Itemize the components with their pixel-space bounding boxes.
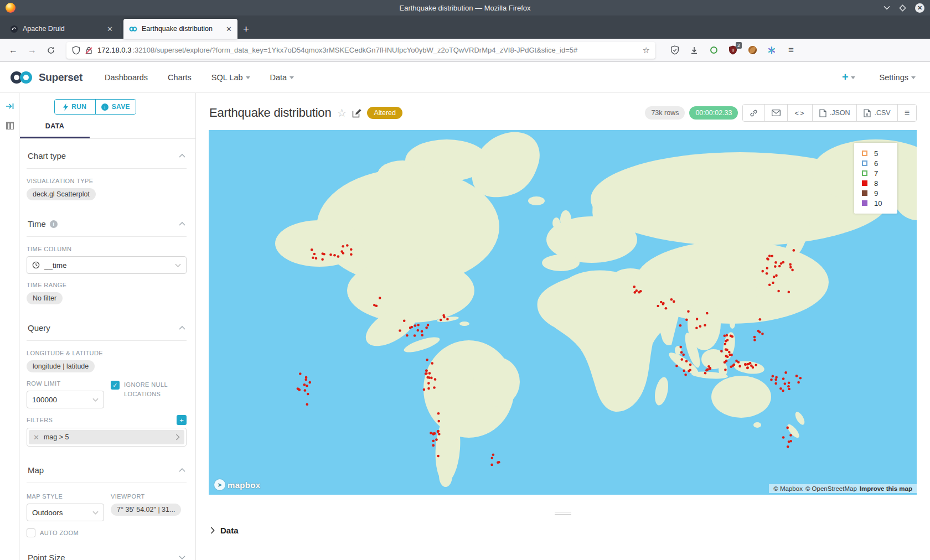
- earthquake-point[interactable]: [660, 301, 663, 304]
- altered-badge[interactable]: Altered: [367, 107, 402, 119]
- earthquake-point[interactable]: [425, 370, 428, 372]
- earthquake-point[interactable]: [689, 364, 692, 366]
- earthquake-point[interactable]: [724, 361, 726, 364]
- earthquake-point[interactable]: [791, 269, 794, 272]
- row-limit-select[interactable]: 100000: [27, 391, 104, 408]
- legend-swatch-8[interactable]: [862, 180, 867, 186]
- earthquake-point[interactable]: [417, 329, 420, 332]
- bookmark-star-icon[interactable]: ☆: [643, 45, 650, 55]
- earthquake-point[interactable]: [705, 369, 708, 372]
- earthquake-point[interactable]: [707, 365, 710, 368]
- tab-close-icon[interactable]: ✕: [226, 25, 232, 33]
- earthquake-point[interactable]: [683, 370, 685, 372]
- earthquake-point[interactable]: [789, 266, 792, 269]
- earthquake-point[interactable]: [720, 350, 723, 352]
- earthquake-point[interactable]: [746, 367, 749, 370]
- earthquake-point[interactable]: [498, 461, 500, 464]
- nav-settings[interactable]: Settings: [880, 73, 916, 82]
- earthquake-point[interactable]: [770, 378, 773, 381]
- favorite-star-icon[interactable]: ☆: [337, 106, 347, 120]
- remove-filter-icon[interactable]: ✕: [33, 433, 39, 442]
- legend-swatch-7[interactable]: [862, 170, 867, 176]
- earthquake-point[interactable]: [774, 382, 777, 385]
- embed-code-button[interactable]: <>: [787, 105, 812, 121]
- earthquake-point[interactable]: [772, 375, 774, 378]
- earthquake-point[interactable]: [337, 255, 340, 258]
- earthquake-point[interactable]: [636, 289, 638, 292]
- earthquake-point[interactable]: [725, 348, 727, 351]
- earthquake-point[interactable]: [409, 326, 412, 329]
- earthquake-point[interactable]: [726, 339, 729, 342]
- earthquake-point[interactable]: [437, 455, 440, 458]
- earthquake-point[interactable]: [779, 387, 782, 390]
- earthquake-point[interactable]: [657, 305, 659, 308]
- earthquake-point[interactable]: [730, 354, 733, 356]
- earthquake-point[interactable]: [329, 253, 332, 256]
- earthquake-point[interactable]: [773, 276, 776, 278]
- run-button[interactable]: RUN: [55, 100, 95, 114]
- earthquake-point[interactable]: [789, 263, 792, 266]
- earthquake-point[interactable]: [437, 420, 440, 423]
- legend-swatch-9[interactable]: [862, 190, 867, 196]
- earthquake-point[interactable]: [768, 255, 771, 257]
- earthquake-point[interactable]: [704, 372, 707, 375]
- legend-swatch-10[interactable]: [862, 200, 867, 206]
- earthquake-point[interactable]: [772, 282, 774, 284]
- asterisk-extension-icon[interactable]: [767, 45, 777, 55]
- tab-data[interactable]: DATA: [20, 116, 90, 138]
- cookie-extension-icon[interactable]: [747, 45, 757, 55]
- earthquake-point[interactable]: [706, 312, 709, 315]
- earthquake-point[interactable]: [321, 258, 324, 261]
- earthquake-point[interactable]: [446, 318, 449, 321]
- back-button[interactable]: ←: [6, 43, 21, 58]
- earthquake-point[interactable]: [303, 383, 306, 386]
- earthquake-point[interactable]: [312, 256, 314, 259]
- new-tab-button[interactable]: +: [243, 23, 249, 35]
- legend-swatch-6[interactable]: [862, 160, 867, 166]
- window-close-icon[interactable]: ✕: [915, 3, 924, 13]
- attribution-mapbox-link[interactable]: © Mapbox: [773, 485, 803, 492]
- panel-drag-handle[interactable]: [555, 512, 571, 515]
- earthquake-point[interactable]: [430, 432, 432, 434]
- earthquake-point[interactable]: [767, 258, 769, 261]
- earthquake-point[interactable]: [403, 319, 406, 322]
- time-range-value[interactable]: No filter: [27, 292, 63, 304]
- earthquake-point[interactable]: [685, 360, 688, 362]
- earthquake-point[interactable]: [789, 434, 792, 437]
- email-button[interactable]: [764, 105, 787, 121]
- earthquake-point[interactable]: [680, 351, 683, 354]
- earthquake-point[interactable]: [768, 283, 771, 286]
- attribution-osm-link[interactable]: © OpenStreetMap: [805, 485, 857, 492]
- earthquake-point[interactable]: [442, 314, 445, 317]
- earthquake-point[interactable]: [757, 330, 760, 333]
- earthquake-point[interactable]: [775, 274, 778, 277]
- earthquake-point[interactable]: [665, 307, 668, 310]
- earthquake-point[interactable]: [696, 318, 699, 320]
- earthquake-point[interactable]: [433, 386, 436, 389]
- earthquake-point[interactable]: [427, 382, 430, 385]
- window-minimize-icon[interactable]: [884, 6, 890, 10]
- earthquake-point[interactable]: [685, 318, 688, 321]
- earthquake-point[interactable]: [786, 427, 789, 429]
- time-column-select[interactable]: __time: [27, 256, 187, 274]
- earthquake-point[interactable]: [421, 330, 423, 333]
- earthquake-point[interactable]: [305, 376, 308, 379]
- earthquake-point[interactable]: [746, 363, 749, 366]
- earthquake-point[interactable]: [726, 355, 729, 358]
- legend-swatch-5[interactable]: [862, 151, 867, 156]
- superset-logo[interactable]: Superset: [9, 70, 82, 85]
- earthquake-point[interactable]: [675, 365, 678, 367]
- ignore-null-checkbox[interactable]: ✓: [111, 381, 120, 390]
- earthquake-point[interactable]: [306, 403, 309, 406]
- earthquake-point[interactable]: [724, 369, 727, 371]
- earthquake-point[interactable]: [797, 381, 800, 384]
- earthquake-point[interactable]: [346, 244, 349, 247]
- earthquake-point[interactable]: [755, 364, 757, 366]
- earthquake-point[interactable]: [425, 326, 428, 329]
- viewport-value[interactable]: 7° 35' 54.02" | 31...: [111, 504, 181, 516]
- earthquake-point[interactable]: [435, 438, 438, 441]
- nav-sql-lab[interactable]: SQL Lab: [211, 73, 250, 82]
- insecure-lock-icon[interactable]: [85, 46, 93, 55]
- earthquake-point[interactable]: [304, 389, 307, 392]
- earthquake-point[interactable]: [423, 388, 426, 391]
